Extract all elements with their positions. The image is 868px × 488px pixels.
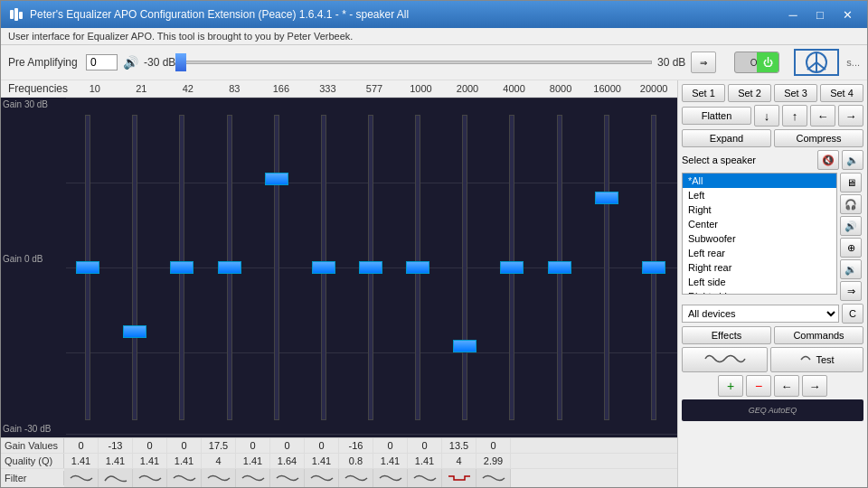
set3-button[interactable]: Set 3 xyxy=(774,84,817,102)
gain-values-label: Gain Values xyxy=(1,438,64,453)
filter-3[interactable] xyxy=(167,469,202,487)
right-arrow-button[interactable]: → xyxy=(838,105,863,127)
speaker-left[interactable]: Left xyxy=(683,188,836,202)
wave-button[interactable] xyxy=(682,347,768,372)
device-select[interactable]: All devices xyxy=(682,305,839,323)
quality-label: Quality (Q) xyxy=(1,454,64,468)
qv-12: 2.99 xyxy=(476,454,511,468)
set2-button[interactable]: Set 2 xyxy=(728,84,771,102)
set4-button[interactable]: Set 4 xyxy=(820,84,863,102)
speaker-right-rear[interactable]: Right rear xyxy=(683,260,836,275)
freq-4000: 4000 xyxy=(497,83,532,94)
remove-button[interactable]: − xyxy=(746,375,771,397)
band-5-thumb[interactable] xyxy=(265,173,288,185)
monitor-icon-button[interactable]: 🖥 xyxy=(840,173,862,192)
band-12-thumb[interactable] xyxy=(595,192,618,204)
band-2-thumb[interactable] xyxy=(123,325,146,338)
qv-0: 1.41 xyxy=(64,454,99,468)
filter-8[interactable] xyxy=(339,469,373,487)
band-9-thumb[interactable] xyxy=(453,340,476,352)
freq-20000: 20000 xyxy=(637,83,671,94)
filter-6[interactable] xyxy=(270,469,305,487)
filter-1[interactable] xyxy=(99,469,133,487)
freq-333: 333 xyxy=(310,83,344,94)
filter-12[interactable] xyxy=(476,469,511,487)
filter-row: Filter xyxy=(1,469,677,487)
band-6-thumb[interactable] xyxy=(312,261,335,274)
test-button[interactable]: Test xyxy=(770,347,863,372)
window-controls: ─ □ ✕ xyxy=(780,5,860,23)
freq-10: 10 xyxy=(78,83,112,94)
filter-cells xyxy=(64,469,677,487)
filter-5[interactable] xyxy=(236,469,270,487)
qv-4: 4 xyxy=(202,454,236,468)
gv-9: 0 xyxy=(373,438,408,453)
gv-10: 0 xyxy=(408,438,442,453)
commands-button[interactable]: Commands xyxy=(774,326,863,344)
band-4-thumb[interactable] xyxy=(218,261,241,274)
add-button[interactable]: + xyxy=(718,375,743,397)
pre-amp-bar: Pre Amplifying 🔊 -30 dB 30 dB ⇒ ON ⏻ s..… xyxy=(1,45,867,80)
filter-11[interactable] xyxy=(442,469,476,487)
flatten-button[interactable]: Flatten xyxy=(682,107,751,125)
band-8 xyxy=(394,98,441,437)
band-11-thumb[interactable] xyxy=(548,261,571,274)
mute-icon-button[interactable]: 🔇 xyxy=(817,150,839,170)
speaker-mute-button[interactable]: 🔈 xyxy=(842,150,863,170)
subwoofer-icon-button[interactable]: ⊕ xyxy=(840,238,862,258)
filter-4[interactable] xyxy=(202,469,236,487)
speaker-subwoofer[interactable]: Subwoofer xyxy=(683,231,836,246)
filter-7[interactable] xyxy=(305,469,339,487)
gv-2: 0 xyxy=(133,438,167,453)
freq-2000: 2000 xyxy=(450,83,485,94)
pre-amp-slider-thumb[interactable] xyxy=(175,53,186,71)
qv-3: 1.41 xyxy=(167,454,202,468)
speaker-right[interactable]: Right xyxy=(683,202,836,217)
expand-compress-row: Expand Compress xyxy=(682,129,863,147)
right-panel: Set 1 Set 2 Set 3 Set 4 Flatten ↓ ↑ ← → … xyxy=(677,80,867,487)
band-1-thumb[interactable] xyxy=(76,261,99,274)
close-button[interactable]: ✕ xyxy=(835,5,860,23)
expand-button[interactable]: Expand xyxy=(682,129,771,147)
set1-button[interactable]: Set 1 xyxy=(682,84,725,102)
band-8-thumb[interactable] xyxy=(406,261,429,274)
db-min-label: -30 dB xyxy=(144,56,175,69)
gv-3: 0 xyxy=(167,438,202,453)
speaker-left-rear[interactable]: Left rear xyxy=(683,246,836,260)
maximize-button[interactable]: □ xyxy=(807,5,833,23)
back-button[interactable]: ← xyxy=(774,375,799,397)
pre-amp-input[interactable] xyxy=(86,54,118,70)
freq-166: 166 xyxy=(264,83,298,94)
speaker-center[interactable]: Center xyxy=(683,217,836,231)
filter-9[interactable] xyxy=(373,469,408,487)
filter-10[interactable] xyxy=(408,469,442,487)
band-13-thumb[interactable] xyxy=(642,261,665,274)
arrow-icon-button[interactable]: ⇒ xyxy=(691,52,716,73)
band-7-thumb[interactable] xyxy=(359,261,382,274)
band-3-thumb[interactable] xyxy=(170,261,193,274)
speaker-all[interactable]: *All xyxy=(683,174,836,188)
forward-button[interactable]: → xyxy=(802,375,827,397)
main-window: Peter's Equalizer APO Configuration Exte… xyxy=(0,0,868,488)
down-arrow-button[interactable]: ↓ xyxy=(754,105,779,127)
device-row: All devices C xyxy=(682,304,863,324)
power-button[interactable]: ON ⏻ xyxy=(734,52,779,73)
left-arrow-button[interactable]: ← xyxy=(810,105,835,127)
c-button[interactable]: C xyxy=(842,304,863,324)
freq-21: 21 xyxy=(124,83,158,94)
volume-icon-button[interactable]: 🔉 xyxy=(840,259,862,279)
speaker-right-side[interactable]: Right side xyxy=(683,289,836,295)
filter-0[interactable] xyxy=(64,469,99,487)
compress-button[interactable]: Compress xyxy=(774,129,863,147)
multi-speaker-button[interactable]: 🔊 xyxy=(840,216,862,236)
freq-header: Frequencies 10 21 42 83 166 333 577 1000… xyxy=(1,80,677,98)
filter-2[interactable] xyxy=(133,469,167,487)
up-arrow-button[interactable]: ↑ xyxy=(782,105,807,127)
arrows-icon-button[interactable]: ⇒ xyxy=(840,281,862,301)
minimize-button[interactable]: ─ xyxy=(780,5,806,23)
effects-button[interactable]: Effects xyxy=(682,326,771,344)
headphone-icon-button[interactable]: 🎧 xyxy=(840,194,862,214)
band-10-thumb[interactable] xyxy=(500,261,524,274)
speaker-left-side[interactable]: Left side xyxy=(683,275,836,289)
info-bar: User interface for Equalizer APO. This t… xyxy=(1,28,867,45)
